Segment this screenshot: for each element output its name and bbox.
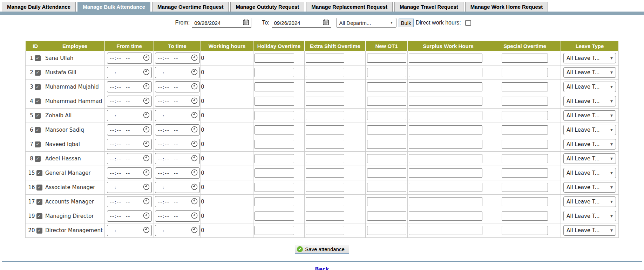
tab-manage-overtime-request[interactable]: Manage Overtime Request: [152, 2, 229, 12]
leave-type-select[interactable]: All Leave T... ▼: [563, 125, 616, 135]
extra-shift-overtime-input[interactable]: [306, 183, 344, 192]
tab-manage-bulk-attendance[interactable]: Manage Bulk Attendance: [77, 2, 150, 12]
holiday-overtime-input[interactable]: [255, 68, 294, 77]
surplus-work-hours-input[interactable]: [409, 125, 482, 134]
from-time-input[interactable]: --:-- --: [107, 53, 152, 64]
row-select-checkbox[interactable]: ✓: [35, 141, 41, 147]
extra-shift-overtime-input[interactable]: [306, 82, 344, 91]
from-time-input[interactable]: --:-- --: [107, 110, 152, 121]
extra-shift-overtime-input[interactable]: [306, 168, 344, 178]
leave-type-select[interactable]: All Leave T... ▼: [563, 182, 616, 193]
holiday-overtime-input[interactable]: [255, 54, 294, 63]
calendar-icon[interactable]: [323, 19, 329, 26]
row-select-checkbox[interactable]: ✓: [35, 127, 41, 133]
special-overtime-input[interactable]: [502, 68, 548, 77]
surplus-work-hours-input[interactable]: [409, 82, 482, 91]
bulk-button[interactable]: Bulk: [399, 19, 414, 27]
tab-manage-travel-request[interactable]: Manage Travel Request: [394, 2, 463, 12]
special-overtime-input[interactable]: [502, 226, 548, 235]
save-attendance-button[interactable]: ✔ Save attendance: [295, 245, 349, 254]
leave-type-select[interactable]: All Leave T... ▼: [563, 225, 616, 236]
back-link[interactable]: Back: [315, 266, 329, 270]
extra-shift-overtime-input[interactable]: [306, 97, 344, 106]
row-select-checkbox[interactable]: ✓: [35, 113, 41, 119]
from-time-input[interactable]: --:-- --: [107, 139, 152, 150]
surplus-work-hours-input[interactable]: [409, 226, 482, 235]
special-overtime-input[interactable]: [502, 212, 548, 221]
special-overtime-input[interactable]: [502, 111, 548, 120]
new-ot1-input[interactable]: [367, 154, 406, 163]
extra-shift-overtime-input[interactable]: [306, 140, 344, 149]
from-time-input[interactable]: --:-- --: [107, 67, 152, 78]
extra-shift-overtime-input[interactable]: [306, 226, 344, 235]
holiday-overtime-input[interactable]: [255, 125, 294, 134]
new-ot1-input[interactable]: [367, 97, 406, 106]
to-time-input[interactable]: --:-- --: [155, 225, 200, 236]
holiday-overtime-input[interactable]: [255, 97, 294, 106]
new-ot1-input[interactable]: [367, 183, 406, 192]
row-select-checkbox[interactable]: ✓: [36, 185, 42, 191]
tab-manage-replacement-request[interactable]: Manage Replacement Request: [306, 2, 393, 12]
leave-type-select[interactable]: All Leave T... ▼: [563, 196, 616, 207]
special-overtime-input[interactable]: [502, 197, 548, 206]
row-select-checkbox[interactable]: ✓: [35, 98, 41, 104]
from-time-input[interactable]: --:-- --: [107, 96, 152, 107]
row-select-checkbox[interactable]: ✓: [36, 199, 42, 205]
special-overtime-input[interactable]: [502, 54, 548, 63]
from-time-input[interactable]: --:-- --: [107, 196, 152, 207]
leave-type-select[interactable]: All Leave T... ▼: [563, 139, 616, 150]
from-time-input[interactable]: --:-- --: [107, 167, 152, 179]
holiday-overtime-input[interactable]: [255, 212, 294, 221]
tab-manage-work-home-request[interactable]: Manage Work Home Request: [465, 2, 548, 12]
from-time-input[interactable]: --:-- --: [107, 225, 152, 236]
department-select[interactable]: All Departm... ▼: [336, 18, 396, 28]
new-ot1-input[interactable]: [367, 54, 406, 63]
new-ot1-input[interactable]: [367, 82, 406, 91]
leave-type-select[interactable]: All Leave T... ▼: [563, 82, 616, 92]
row-select-checkbox[interactable]: ✓: [35, 70, 41, 76]
to-time-input[interactable]: --:-- --: [155, 167, 200, 179]
new-ot1-input[interactable]: [367, 125, 406, 134]
leave-type-select[interactable]: All Leave T... ▼: [563, 110, 616, 121]
special-overtime-input[interactable]: [502, 140, 548, 149]
special-overtime-input[interactable]: [502, 82, 548, 91]
from-time-input[interactable]: --:-- --: [107, 153, 152, 164]
new-ot1-input[interactable]: [367, 111, 406, 120]
from-time-input[interactable]: --:-- --: [107, 124, 152, 136]
new-ot1-input[interactable]: [367, 140, 406, 149]
leave-type-select[interactable]: All Leave T... ▼: [563, 211, 616, 221]
to-time-input[interactable]: --:-- --: [155, 153, 200, 164]
extra-shift-overtime-input[interactable]: [306, 54, 344, 63]
extra-shift-overtime-input[interactable]: [306, 154, 344, 163]
new-ot1-input[interactable]: [367, 212, 406, 221]
surplus-work-hours-input[interactable]: [409, 212, 482, 221]
holiday-overtime-input[interactable]: [255, 154, 294, 163]
to-date-input[interactable]: 09/26/2024: [272, 18, 331, 28]
calendar-icon[interactable]: [243, 19, 249, 26]
row-select-checkbox[interactable]: ✓: [35, 55, 41, 61]
extra-shift-overtime-input[interactable]: [306, 68, 344, 77]
new-ot1-input[interactable]: [367, 168, 406, 178]
to-time-input[interactable]: --:-- --: [155, 210, 200, 222]
holiday-overtime-input[interactable]: [255, 82, 294, 91]
to-time-input[interactable]: --:-- --: [155, 96, 200, 107]
to-time-input[interactable]: --:-- --: [155, 139, 200, 150]
leave-type-select[interactable]: All Leave T... ▼: [563, 96, 616, 106]
from-time-input[interactable]: --:-- --: [107, 182, 152, 193]
from-date-input[interactable]: 09/26/2024: [192, 18, 251, 28]
special-overtime-input[interactable]: [502, 125, 548, 134]
special-overtime-input[interactable]: [502, 183, 548, 192]
surplus-work-hours-input[interactable]: [409, 68, 482, 77]
extra-shift-overtime-input[interactable]: [306, 197, 344, 206]
leave-type-select[interactable]: All Leave T... ▼: [563, 168, 616, 178]
tab-manage-outduty-request[interactable]: Manage Outduty Request: [230, 2, 304, 12]
holiday-overtime-input[interactable]: [255, 183, 294, 192]
extra-shift-overtime-input[interactable]: [306, 125, 344, 134]
holiday-overtime-input[interactable]: [255, 226, 294, 235]
surplus-work-hours-input[interactable]: [409, 168, 482, 178]
holiday-overtime-input[interactable]: [255, 111, 294, 120]
surplus-work-hours-input[interactable]: [409, 54, 482, 63]
row-select-checkbox[interactable]: ✓: [35, 84, 41, 90]
holiday-overtime-input[interactable]: [255, 140, 294, 149]
row-select-checkbox[interactable]: ✓: [36, 170, 42, 176]
